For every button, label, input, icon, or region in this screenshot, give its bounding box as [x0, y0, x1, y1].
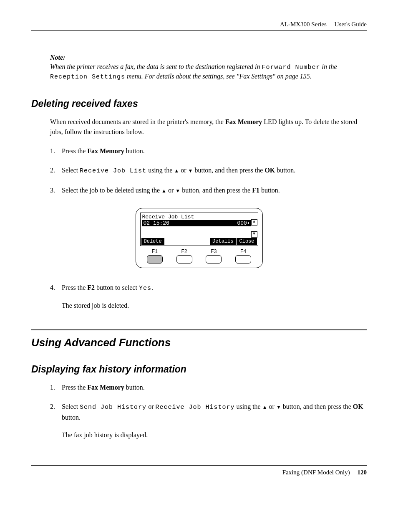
note-body: When the printer receives a fax, the dat…: [50, 62, 367, 81]
scroll-down-icon: ▼: [251, 231, 257, 238]
sec3-result: The fax job history is displayed.: [62, 430, 367, 440]
down-arrow-icon: [188, 167, 193, 174]
lcd-screen: Receive Job List 02 15:26 000⬇ ▲ ▼ Delet…: [140, 213, 258, 246]
note-label: Note:: [50, 54, 367, 61]
step-3: 3. Select the job to be deleted using th…: [50, 185, 367, 195]
footer-chapter: Faxing (DNF Model Only): [282, 469, 350, 476]
mono-receive-job-list: Receive Job List: [80, 167, 146, 175]
step-2: 2. Select Receive Job List using the or …: [50, 165, 367, 176]
up-arrow-icon: [161, 187, 166, 194]
mono-reception-settings: Reception Settings: [50, 73, 125, 81]
section-title-deleting: Deleting received faxes: [31, 98, 367, 109]
fkey-f2: F2: [176, 248, 192, 263]
step-1: 1. Press the Fax Memory button.: [50, 146, 367, 156]
f1-button: [147, 255, 163, 263]
lcd-softkeys: Delete Details Close: [141, 238, 257, 245]
lcd-title: Receive Job List: [141, 213, 258, 220]
fkey-f1: F1: [147, 248, 163, 263]
softkey-close: Close: [237, 238, 257, 245]
section-title-advanced: Using Advanced Functions: [31, 329, 367, 349]
lcd-figure: Receive Job List 02 15:26 000⬇ ▲ ▼ Delet…: [31, 208, 367, 268]
down-arrow-icon: [276, 403, 281, 410]
printer-panel: Receive Job List 02 15:26 000⬇ ▲ ▼ Delet…: [136, 208, 263, 268]
header-series: AL-MX300 Series: [280, 21, 327, 28]
f4-button: [235, 255, 251, 263]
sec3-step-2: 2. Select Send Job History or Receive Jo…: [50, 402, 367, 440]
up-arrow-icon: [174, 167, 179, 174]
section-title-history: Displaying fax history information: [31, 364, 367, 375]
inbox-icon: ⬇: [247, 220, 250, 226]
f3-button: [206, 255, 222, 263]
note-block: Note: When the printer receives a fax, t…: [50, 54, 367, 81]
step4-result: The stored job is deleted.: [62, 301, 367, 311]
mono-yes: Yes: [139, 285, 151, 292]
fkey-f3: F3: [206, 248, 222, 263]
fkey-f4: F4: [235, 248, 251, 263]
scroll-up-icon: ▲: [251, 219, 257, 225]
function-keys: F1 F2 F3 F4: [140, 248, 258, 263]
lcd-selected-row: 02 15:26 000⬇: [142, 220, 251, 226]
mono-send-job-history: Send Job History: [80, 404, 146, 411]
page-footer: Faxing (DNF Model Only) 120: [31, 465, 367, 476]
down-arrow-icon: [175, 187, 180, 194]
header-guide: User's Guide: [335, 21, 367, 28]
softkey-details: Details: [210, 238, 236, 245]
step-4: 4. Press the F2 button to select Yes. Th…: [50, 283, 367, 311]
mono-receive-job-history: Receive Job History: [155, 404, 234, 411]
page-header: AL-MX300 Series User's Guide: [31, 21, 367, 31]
mono-forward-number: Forward Number: [262, 64, 320, 71]
f2-button: [176, 255, 192, 263]
footer-page-number: 120: [358, 469, 367, 476]
sec3-step-1: 1. Press the Fax Memory button.: [50, 383, 367, 393]
intro-paragraph: When received documents are stored in th…: [50, 117, 367, 137]
up-arrow-icon: [262, 403, 267, 410]
softkey-delete: Delete: [141, 238, 164, 245]
